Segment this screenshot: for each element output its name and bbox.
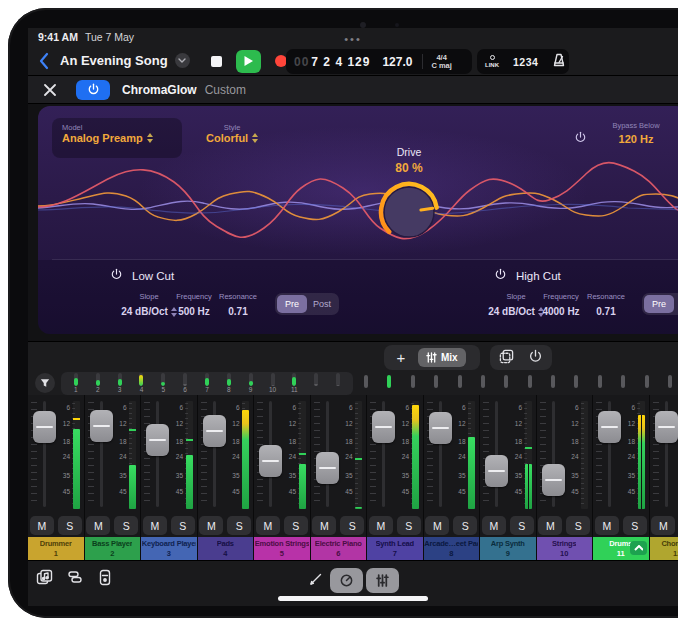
mute-button[interactable]: M bbox=[199, 516, 223, 535]
bypass-power-button[interactable] bbox=[574, 130, 587, 148]
volume-fader[interactable] bbox=[33, 411, 56, 443]
overview-track-pill[interactable] bbox=[668, 375, 672, 388]
count-in-button[interactable]: 1234 bbox=[513, 56, 538, 68]
solo-button[interactable]: S bbox=[58, 516, 82, 535]
overview-track-pill[interactable] bbox=[598, 375, 602, 388]
track-label[interactable]: Drummer 1 bbox=[28, 537, 85, 560]
volume-fader[interactable] bbox=[655, 411, 678, 443]
link-button[interactable]: LINK bbox=[485, 55, 499, 68]
mute-button[interactable]: M bbox=[256, 516, 280, 535]
pre-segment[interactable]: Pre bbox=[277, 295, 307, 313]
mute-button[interactable]: M bbox=[143, 516, 167, 535]
overview-track[interactable]: 5 bbox=[155, 373, 171, 394]
solo-button[interactable]: S bbox=[114, 516, 138, 535]
low-cut-power-button[interactable] bbox=[110, 268, 123, 284]
play-button[interactable] bbox=[236, 50, 261, 73]
volume-fader[interactable] bbox=[146, 424, 169, 456]
mute-button[interactable]: M bbox=[30, 516, 54, 535]
overview-track[interactable]: 2 bbox=[90, 373, 106, 394]
overview-track-pill[interactable] bbox=[551, 375, 555, 388]
mute-button[interactable]: M bbox=[425, 516, 449, 535]
overview-track[interactable]: 8 bbox=[221, 373, 237, 394]
song-menu-button[interactable] bbox=[175, 53, 190, 68]
expand-track-button[interactable] bbox=[630, 541, 647, 555]
volume-fader[interactable] bbox=[598, 411, 621, 443]
track-label[interactable]: Arp Synth 9 bbox=[480, 537, 537, 560]
track-label[interactable]: Keyboard Player 3 bbox=[141, 537, 198, 560]
song-title[interactable]: An Evening Song bbox=[60, 53, 168, 68]
volume-fader[interactable] bbox=[259, 445, 282, 477]
overview-track[interactable]: 10 bbox=[265, 373, 281, 394]
pre-segment[interactable]: Pre bbox=[644, 295, 674, 313]
overview-track[interactable] bbox=[330, 373, 346, 386]
overview-track-pill[interactable] bbox=[504, 375, 508, 388]
solo-button[interactable]: S bbox=[453, 516, 477, 535]
overview-track[interactable] bbox=[308, 373, 324, 386]
volume-fader[interactable] bbox=[485, 455, 508, 487]
library-button[interactable] bbox=[36, 569, 53, 586]
mute-button[interactable]: M bbox=[86, 516, 110, 535]
track-label[interactable]: Emotion Strings 5 bbox=[254, 537, 311, 560]
mute-button[interactable]: M bbox=[538, 516, 562, 535]
track-label[interactable]: Drums 11 bbox=[593, 537, 650, 560]
track-label[interactable]: Pads 4 bbox=[198, 537, 255, 560]
solo-button[interactable]: S bbox=[566, 516, 590, 535]
solo-button[interactable]: S bbox=[171, 516, 195, 535]
style-selector[interactable]: Style Colorful bbox=[206, 123, 258, 144]
post-segment[interactable]: Post bbox=[307, 295, 337, 313]
lcd-display[interactable]: 00 7 2 4 129 127.0 4/4 C maj bbox=[286, 49, 472, 74]
overview-track-pill[interactable] bbox=[411, 375, 415, 388]
overview-track[interactable]: 3 bbox=[112, 373, 128, 394]
overview-track[interactable]: 9 bbox=[243, 373, 259, 394]
solo-button[interactable]: S bbox=[340, 516, 364, 535]
stop-button[interactable] bbox=[204, 50, 229, 73]
track-label[interactable]: Synth Lead 7 bbox=[367, 537, 424, 560]
multitask-indicator[interactable]: ••• bbox=[344, 36, 362, 42]
overview-track-pill[interactable] bbox=[458, 375, 462, 388]
overview-track-pill[interactable] bbox=[528, 375, 532, 388]
plugin-preset[interactable]: Custom bbox=[205, 83, 246, 97]
solo-button[interactable]: S bbox=[284, 516, 308, 535]
level-control[interactable]: Level 0.5 bbox=[644, 121, 678, 145]
edit-button[interactable] bbox=[309, 572, 323, 586]
overview-track-pill[interactable] bbox=[364, 375, 368, 388]
mute-button[interactable]: M bbox=[595, 516, 619, 535]
high-cut-power-button[interactable] bbox=[494, 268, 507, 284]
plugins-button[interactable] bbox=[96, 569, 113, 586]
volume-fader[interactable] bbox=[203, 415, 226, 447]
mute-button[interactable]: M bbox=[651, 516, 675, 535]
overview-track[interactable]: 11 bbox=[286, 373, 302, 394]
filter-button[interactable] bbox=[35, 373, 55, 393]
mix-view-button[interactable]: Mix bbox=[418, 348, 466, 367]
track-label[interactable]: Chorus V 12 bbox=[650, 537, 678, 560]
back-button[interactable] bbox=[38, 51, 54, 71]
copy-settings-button[interactable] bbox=[499, 349, 514, 367]
home-indicator[interactable] bbox=[278, 596, 428, 601]
volume-fader[interactable] bbox=[316, 452, 339, 484]
mute-button[interactable]: M bbox=[369, 516, 393, 535]
mute-button[interactable]: M bbox=[482, 516, 506, 535]
solo-button[interactable]: S bbox=[227, 516, 251, 535]
volume-fader[interactable] bbox=[429, 412, 452, 444]
low-cut-resonance[interactable]: Resonance 0.71 bbox=[210, 292, 266, 319]
overview-track-pill[interactable] bbox=[434, 375, 438, 388]
knobs-view-button[interactable] bbox=[330, 568, 363, 593]
drive-knob[interactable] bbox=[377, 180, 441, 244]
overview-track-pill[interactable] bbox=[621, 375, 625, 388]
plugin-power-button[interactable] bbox=[76, 80, 110, 100]
add-track-button[interactable]: + bbox=[388, 349, 414, 366]
metronome-button[interactable] bbox=[552, 53, 566, 70]
track-label[interactable]: Arcade…eet Pad 8 bbox=[424, 537, 481, 560]
overview-track-pill[interactable] bbox=[481, 375, 485, 388]
volume-fader[interactable] bbox=[542, 464, 565, 496]
post-segment[interactable]: Post bbox=[674, 295, 678, 313]
overview-track[interactable]: 6 bbox=[177, 373, 193, 394]
volume-fader[interactable] bbox=[90, 410, 113, 442]
model-selector[interactable]: Model Analog Preamp bbox=[52, 118, 182, 158]
overview-track-pill[interactable] bbox=[645, 375, 649, 388]
overview-track[interactable]: 7 bbox=[199, 373, 215, 394]
high-cut-resonance[interactable]: Resonance 0.71 bbox=[578, 292, 634, 319]
overview-track-pill[interactable] bbox=[387, 375, 391, 388]
overview-track[interactable]: 4 bbox=[133, 373, 149, 394]
track-label[interactable]: Strings 10 bbox=[537, 537, 594, 560]
